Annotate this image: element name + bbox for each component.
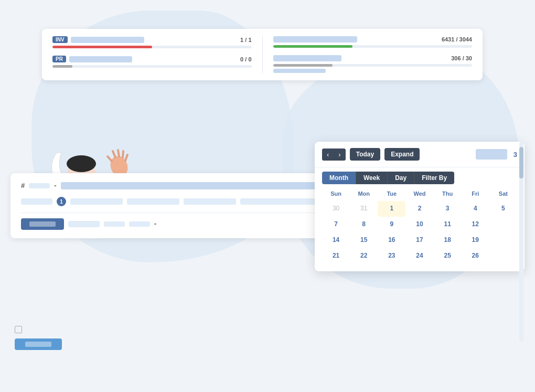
cal-cell[interactable]: 25 <box>434 248 462 264</box>
cal-next-btn[interactable]: › <box>334 149 345 161</box>
form-row-1: 1 <box>21 197 320 206</box>
tag-inv: INV <box>52 36 68 43</box>
form-btn-row <box>21 218 320 230</box>
cal-tab-month[interactable]: Month <box>322 172 356 184</box>
form-id-field <box>29 183 50 188</box>
inv-label-bar <box>71 37 144 43</box>
svg-line-5 <box>125 155 127 161</box>
cal-cell[interactable]: 4 <box>462 201 489 217</box>
tag-pr: PR <box>52 56 66 62</box>
svg-line-3 <box>118 150 119 156</box>
form-dash: - <box>54 182 56 189</box>
r2-fill <box>273 64 333 67</box>
cal-cell[interactable]: 12 <box>462 217 489 232</box>
progress-row-pr: PR 0 / 0 <box>52 56 252 68</box>
r2-label-bar <box>273 55 341 61</box>
inv-fill <box>52 46 152 48</box>
cal-cell[interactable]: 30 <box>322 201 350 217</box>
cal-scrollbar[interactable] <box>519 142 523 341</box>
weekday-mon: Mon <box>350 188 378 199</box>
weekday-fri: Fri <box>462 188 489 199</box>
cal-cell[interactable]: 5 <box>489 201 517 217</box>
progress-card-right: 6431 / 3044 306 / 30 <box>263 36 473 73</box>
ff-xs-1 <box>104 221 125 227</box>
cal-cell[interactable]: 3 <box>434 201 462 217</box>
progress-row-inv: INV 1 / 1 <box>52 36 252 48</box>
cal-cell[interactable]: 19 <box>462 232 489 248</box>
ff-md-2 <box>127 198 179 205</box>
cal-cell[interactable] <box>489 217 517 232</box>
weekday-thu: Thu <box>434 188 462 199</box>
weekday-tue: Tue <box>378 188 405 199</box>
cal-tab-day[interactable]: Day <box>387 172 414 184</box>
r1-fill <box>273 45 353 48</box>
cal-cell[interactable] <box>489 248 517 264</box>
form-title-row: # - <box>21 182 320 189</box>
weekday-sun: Sun <box>322 188 350 199</box>
svg-line-2 <box>113 151 115 157</box>
cal-cell[interactable]: 9 <box>378 217 405 232</box>
cal-days: 30 31 1 2 3 4 5 7 8 9 10 11 12 14 15 16 … <box>322 201 517 264</box>
cal-prev-btn[interactable]: ‹ <box>322 149 334 161</box>
progress-row-r2: 306 / 30 <box>273 55 473 73</box>
form-hash: # <box>21 182 25 189</box>
cal-weekdays: Sun Mon Tue Wed Thu Fri Sat <box>322 188 517 199</box>
cal-cell[interactable]: 18 <box>434 232 462 248</box>
r2-count: 306 / 30 <box>451 55 472 61</box>
cal-cell[interactable]: 15 <box>350 232 378 248</box>
svg-point-8 <box>67 155 96 172</box>
r1-count: 6431 / 3044 <box>442 36 472 43</box>
svg-line-6 <box>108 156 112 161</box>
inv-count: 1 / 1 <box>240 37 251 43</box>
cal-cell[interactable]: 17 <box>405 232 433 248</box>
ff-sm-2 <box>68 221 100 227</box>
cal-cell[interactable]: 31 <box>350 201 378 217</box>
checkbox[interactable] <box>15 326 22 333</box>
r2-track <box>273 64 473 67</box>
cal-cell[interactable]: 7 <box>322 217 350 232</box>
cal-cell[interactable]: 26 <box>462 248 489 264</box>
pr-fill <box>52 65 72 68</box>
weekday-sat: Sat <box>489 188 517 199</box>
svg-line-4 <box>123 151 123 157</box>
r1-track <box>273 45 473 48</box>
submit-btn[interactable] <box>21 218 64 230</box>
cal-cell[interactable]: 24 <box>405 248 433 264</box>
r2-sub-label <box>273 69 326 73</box>
form-divider <box>21 213 320 213</box>
cal-cell[interactable]: 16 <box>378 232 405 248</box>
cal-cell[interactable]: 21 <box>322 248 350 264</box>
progress-card: INV 1 / 1 PR 0 / 0 <box>42 29 483 80</box>
cal-cell[interactable] <box>489 232 517 248</box>
cal-cell[interactable]: 8 <box>350 217 378 232</box>
cal-cell[interactable]: 14 <box>322 232 350 248</box>
calendar-toolbar: ‹ › Today Expand 3 <box>315 142 525 167</box>
ff-lg-1 <box>240 198 319 205</box>
secondary-btn[interactable] <box>15 338 62 350</box>
cal-tab-week[interactable]: Week <box>356 172 387 184</box>
cal-cell-today[interactable]: 1 <box>378 201 405 217</box>
form-card: # - 1 <box>10 173 330 238</box>
cal-expand-btn[interactable]: Expand <box>384 148 420 161</box>
cal-cell[interactable]: 23 <box>378 248 405 264</box>
ff-xs-2 <box>129 221 150 227</box>
progress-card-left: INV 1 / 1 PR 0 / 0 <box>52 36 263 73</box>
cal-tab-filter[interactable]: Filter By <box>414 172 454 184</box>
cal-month-label <box>476 149 507 160</box>
cal-cell[interactable]: 10 <box>405 217 433 232</box>
inv-track <box>52 46 252 48</box>
cal-nav-group: ‹ › <box>322 149 346 161</box>
cal-cell[interactable]: 22 <box>350 248 378 264</box>
progress-row-r1: 6431 / 3044 <box>273 36 473 48</box>
calendar-card: ‹ › Today Expand 3 Month Week Day Filter… <box>315 142 525 271</box>
cal-scrollbar-thumb <box>519 147 523 178</box>
ff-md-1 <box>70 198 123 205</box>
cal-cell[interactable]: 11 <box>434 217 462 232</box>
r1-label-bar <box>273 36 357 43</box>
ff-sm-1 <box>21 198 52 205</box>
checkbox-area <box>15 326 62 350</box>
cal-today-btn[interactable]: Today <box>350 148 380 161</box>
ff-md-3 <box>184 198 236 205</box>
cal-cell[interactable]: 2 <box>405 201 433 217</box>
cal-grid: Sun Mon Tue Wed Thu Fri Sat 30 31 1 2 3 … <box>315 188 525 271</box>
